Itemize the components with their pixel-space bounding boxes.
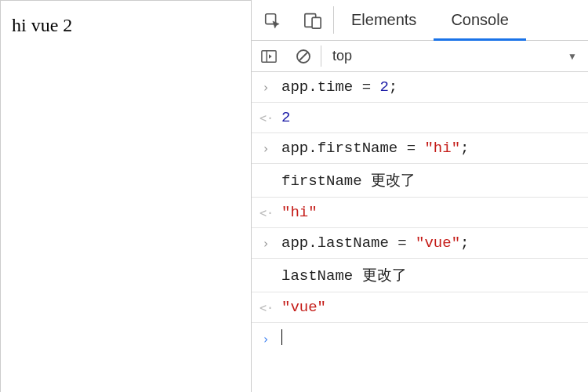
console-line: <·"hi" [252, 198, 588, 228]
context-value: top [332, 48, 352, 64]
input-marker-icon: › [260, 237, 272, 251]
result-marker-icon: <· [260, 301, 272, 315]
console-line: ›app.firstName = "hi"; [252, 133, 588, 164]
devtools-panel: Elements Console top ▼ ›app.time = 2;<·2… [251, 0, 588, 392]
console-prompt-input [281, 329, 282, 347]
text-cursor [281, 329, 282, 345]
console-input-code: app.time = 2; [281, 78, 397, 96]
console-input-code: app.lastName = "vue"; [281, 234, 469, 252]
input-marker-icon: › [260, 142, 272, 156]
tab-console[interactable]: Console [434, 0, 525, 40]
svg-line-6 [299, 52, 308, 60]
clear-console-button[interactable] [286, 41, 321, 71]
prompt-marker-icon: › [260, 332, 272, 347]
console-input-code: app.firstName = "hi"; [281, 140, 469, 157]
console-line[interactable]: › [252, 323, 588, 354]
console-result-value: "vue" [281, 299, 326, 316]
page-text: hi vue 2 [12, 15, 72, 35]
result-marker-icon: <· [260, 111, 272, 125]
console-log-text: firstName 更改了 [281, 170, 416, 191]
result-marker-icon: <· [260, 206, 272, 220]
console-result-value: 2 [281, 109, 290, 126]
tab-elements[interactable]: Elements [334, 0, 434, 40]
input-marker-icon: › [260, 81, 272, 95]
device-toolbar-button[interactable] [292, 0, 333, 40]
svg-rect-2 [312, 17, 321, 28]
console-line: <·"vue" [252, 292, 588, 323]
page-viewport: hi vue 2 [0, 0, 251, 392]
devtools-tabbar: Elements Console [252, 0, 588, 41]
console-line: firstName 更改了 [252, 164, 588, 198]
tab-label: Elements [351, 11, 416, 29]
toggle-sidebar-button[interactable] [252, 41, 286, 71]
inspect-element-button[interactable] [252, 0, 292, 40]
chevron-down-icon: ▼ [568, 51, 577, 62]
console-log-text: lastName 更改了 [281, 265, 407, 285]
console-result-value: "hi" [281, 204, 318, 221]
console-line: <·2 [252, 103, 588, 133]
context-selector[interactable]: top ▼ [321, 41, 588, 71]
console-line: lastName 更改了 [252, 259, 588, 292]
console-toolbar: top ▼ [252, 41, 588, 72]
console-line: ›app.lastName = "vue"; [252, 228, 588, 259]
tab-label: Console [451, 11, 508, 29]
console-line: ›app.time = 2; [252, 72, 588, 103]
console-output[interactable]: ›app.time = 2;<·2›app.firstName = "hi";f… [252, 72, 588, 354]
